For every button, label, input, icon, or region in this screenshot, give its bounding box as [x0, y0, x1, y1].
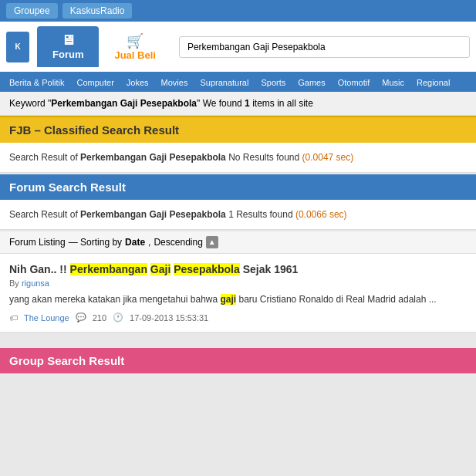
- cat-jokes[interactable]: Jokes: [120, 73, 155, 92]
- forum-result-panel: Search Result of Perkembangan Gaji Pesep…: [0, 200, 476, 230]
- cat-computer[interactable]: Computer: [71, 73, 120, 92]
- top-bar: Groupee KaskusRadio: [0, 0, 476, 22]
- cat-sports[interactable]: Sports: [255, 73, 292, 92]
- nav-tabs: 🖥 Forum 🛒 Jual Beli: [37, 26, 171, 67]
- title-h2: Gaji: [150, 263, 170, 275]
- forum-item-title: Nih Gan.. !! Perkembangan Gaji Pesepakbo…: [9, 263, 467, 275]
- title-prefix: Nih Gan.. !!: [9, 263, 70, 275]
- cat-supranatural[interactable]: Supranatural: [194, 73, 255, 92]
- listing-label: Forum Listing: [9, 237, 66, 248]
- groupee-button[interactable]: Groupee: [6, 3, 58, 19]
- logo: K: [6, 32, 29, 62]
- jual-beli-label: Jual Beli: [114, 49, 155, 61]
- fjb-title: FJB – Classified Search Result: [9, 123, 179, 137]
- comment-count: 210: [93, 313, 106, 322]
- forum-listing-bar: Forum Listing — Sorting by Date , Descen…: [0, 231, 476, 254]
- cat-berita[interactable]: Berita & Politik: [3, 73, 71, 92]
- forum-results-label: Results found: [236, 209, 295, 220]
- forum-item-author: By rigunsa: [9, 279, 467, 288]
- fjb-section-header: FJB – Classified Search Result: [0, 116, 476, 143]
- clock-icon: 🕐: [113, 312, 123, 322]
- keyword-prefix: Keyword ": [9, 98, 51, 109]
- tag-icon: 🏷: [9, 313, 18, 322]
- keyword-bar: Keyword "Perkembangan Gaji Pesepakbola" …: [0, 92, 476, 116]
- header: K 🖥 Forum 🛒 Jual Beli: [0, 22, 476, 73]
- fjb-time: (0.0047 sec): [302, 152, 354, 163]
- listing-sort-comma: ,: [148, 237, 150, 248]
- cat-movies[interactable]: Movies: [155, 73, 194, 92]
- forum-keyword: Perkembangan Gaji Pesepakbola: [80, 209, 226, 220]
- listing-sort-direction: Descending: [154, 237, 202, 248]
- spacer: [0, 333, 476, 348]
- search-input[interactable]: [179, 36, 470, 58]
- listing-sort-field: Date: [125, 237, 145, 248]
- excerpt-highlight: gaji: [221, 294, 237, 305]
- title-suffix: Sejak 1961: [240, 263, 299, 275]
- sort-toggle-button[interactable]: ▲: [206, 236, 218, 248]
- fjb-no-results: No Results found: [228, 152, 302, 163]
- forum-result-text: Search Result of Perkembangan Gaji Pesep…: [9, 209, 347, 220]
- keyword-suffix: " We found: [197, 98, 245, 109]
- title-h3: Pesepakbola: [174, 263, 240, 275]
- forum-item-meta: 🏷 The Lounge 💬 210 🕐 17-09-2013 15:53:31: [9, 312, 467, 322]
- search-box: [179, 36, 470, 58]
- forum-label: Forum: [52, 49, 83, 60]
- author-prefix: By: [9, 279, 22, 288]
- author-link[interactable]: rigunsa: [22, 279, 49, 288]
- cat-games[interactable]: Games: [292, 73, 331, 92]
- forum-item-excerpt: yang akan mereka katakan jika mengetahui…: [9, 292, 467, 306]
- forum-result-item: Nih Gan.. !! Perkembangan Gaji Pesepakbo…: [0, 254, 476, 333]
- group-section-header: Group Search Result: [0, 348, 476, 373]
- listing-sort-prefix: — Sorting by: [69, 237, 122, 248]
- excerpt-text: yang akan mereka katakan jika mengetahui…: [9, 294, 221, 305]
- keyword-suffix2: items in all site: [250, 98, 313, 109]
- cat-music[interactable]: Music: [376, 73, 410, 92]
- cart-icon: 🛒: [114, 32, 155, 49]
- fjb-keyword: Perkembangan Gaji Pesepakbola: [80, 152, 226, 163]
- forum-tab[interactable]: 🖥 Forum: [37, 26, 99, 67]
- fjb-result-text: Search Result of Perkembangan Gaji Pesep…: [9, 152, 353, 163]
- forum-time: (0.0066 sec): [295, 209, 347, 220]
- keyword-count: 1: [245, 98, 250, 109]
- category-nav: Berita & Politik Computer Jokes Movies S…: [0, 73, 476, 92]
- keyword-text: Perkembangan Gaji Pesepakbola: [51, 98, 197, 109]
- lounge-link[interactable]: The Lounge: [24, 313, 69, 322]
- jual-beli-tab[interactable]: 🛒 Jual Beli: [99, 26, 170, 67]
- cat-otomotif[interactable]: Otomotif: [332, 73, 376, 92]
- cat-regional[interactable]: Regional: [410, 73, 456, 92]
- forum-section-title: Forum Search Result: [9, 181, 126, 194]
- comment-icon: 💬: [76, 312, 86, 322]
- forum-count: 1: [228, 209, 234, 220]
- fjb-result-panel: Search Result of Perkembangan Gaji Pesep…: [0, 143, 476, 173]
- group-section-title: Group Search Result: [9, 354, 124, 367]
- forum-icon: 🖥: [52, 32, 83, 49]
- kaskusradio-button[interactable]: KaskusRadio: [62, 3, 133, 19]
- excerpt-suffix: baru Cristiano Ronaldo di Real Madrid ad…: [236, 294, 436, 305]
- title-h1: Perkembangan: [70, 263, 147, 275]
- forum-section-header: Forum Search Result: [0, 174, 476, 200]
- post-date: 17-09-2013 15:53:31: [130, 313, 208, 322]
